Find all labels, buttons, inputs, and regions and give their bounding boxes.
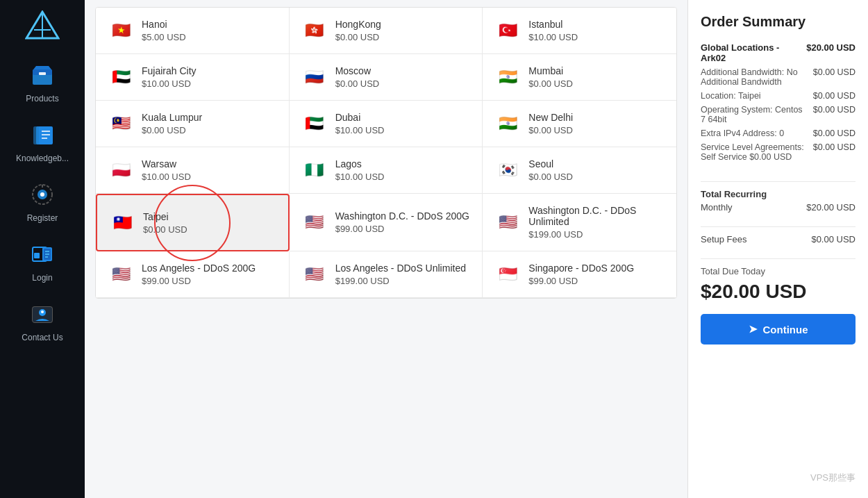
- location-price-taipei: $0.00 USD: [143, 224, 187, 235]
- location-name-hongkong: HongKong: [335, 19, 381, 30]
- location-price-seoul: $0.00 USD: [528, 172, 573, 182]
- svg-rect-25: [41, 310, 44, 313]
- location-info-singapore200: Singapore - DDoS 200G$99.00 USD: [528, 263, 634, 286]
- box-icon: [28, 60, 57, 90]
- location-name-dubai: Dubai: [335, 112, 385, 123]
- order-line-label: Additional Bandwidth: No Additional Band…: [701, 67, 809, 87]
- location-name-washingtonddos200: Washington D.C. - DDoS 200G: [335, 210, 469, 222]
- location-cell-mumbai[interactable]: 🇮🇳Mumbai$0.00 USD: [483, 54, 676, 101]
- flag-dubai: 🇦🇪: [302, 115, 327, 133]
- location-cell-istanbul[interactable]: 🇹🇷Istanbul$10.00 USD: [483, 8, 676, 54]
- continue-arrow-icon: ➤: [749, 323, 758, 335]
- location-price-losangeles200: $99.00 USD: [142, 276, 256, 286]
- order-line-item: Location: Taipei$0.00 USD: [701, 91, 856, 101]
- sidebar-item-knowledgebase-label: Knowledgeb...: [16, 153, 69, 163]
- order-line-label: Operating System: Centos 7 64bit: [701, 105, 809, 124]
- svg-rect-16: [34, 253, 40, 258]
- location-name-fujairah: Fujairah City: [142, 65, 197, 76]
- sidebar-item-products[interactable]: Products: [0, 52, 85, 112]
- location-cell-warsaw[interactable]: 🇵🇱Warsaw$10.00 USD: [96, 147, 290, 194]
- location-info-hongkong: HongKong$0.00 USD: [335, 19, 381, 42]
- order-line-label: Location: Taipei: [701, 91, 809, 101]
- location-cell-hongkong[interactable]: 🇭🇰HongKong$0.00 USD: [290, 8, 483, 54]
- order-product-label: Global Locations - Ark02: [701, 42, 802, 63]
- location-cell-taipei[interactable]: 🇹🇼Taipei$0.00 USD: [96, 194, 290, 251]
- order-summary-title: Order Summary: [701, 14, 856, 30]
- setup-fees-row: Setup Fees $0.00 USD: [701, 234, 856, 244]
- register-icon: [28, 180, 57, 209]
- order-line-value: $0.00 USD: [813, 91, 856, 101]
- order-line-item: Additional Bandwidth: No Additional Band…: [701, 67, 856, 87]
- location-cell-newdelhi[interactable]: 🇮🇳New Delhi$0.00 USD: [483, 101, 676, 147]
- location-name-kualalumpur: Kuala Lumpur: [142, 112, 202, 123]
- sidebar-item-contact[interactable]: Contact Us: [0, 291, 85, 351]
- flag-losangeles200: 🇺🇸: [108, 265, 133, 283]
- location-cell-washingtonddosunlimited[interactable]: 🇺🇸Washington D.C. - DDoS Unlimited$199.0…: [483, 194, 676, 251]
- location-cell-losangeles200[interactable]: 🇺🇸Los Angeles - DDoS 200G$99.00 USD: [96, 251, 290, 298]
- location-info-moscow: Moscow$0.00 USD: [335, 65, 380, 89]
- sidebar-item-login[interactable]: Login: [0, 231, 85, 291]
- recurring-section: Total Recurring Monthly $20.00 USD: [701, 189, 856, 213]
- svg-point-14: [40, 192, 44, 197]
- location-price-losangelesunlimited: $199.00 USD: [335, 276, 466, 286]
- location-info-hanoi: Hanoi$5.00 USD: [142, 19, 186, 42]
- location-name-newdelhi: New Delhi: [528, 112, 573, 123]
- flag-hanoi: 🇻🇳: [108, 22, 133, 40]
- flag-taipei: 🇹🇼: [110, 214, 135, 232]
- location-cell-singapore200[interactable]: 🇸🇬Singapore - DDoS 200G$99.00 USD: [483, 251, 676, 298]
- flag-kualalumpur: 🇲🇾: [108, 115, 133, 133]
- order-line-item: Service Level Agreements: Self Service $…: [701, 142, 856, 162]
- location-info-istanbul: Istanbul$10.00 USD: [528, 19, 578, 42]
- location-cell-dubai[interactable]: 🇦🇪Dubai$10.00 USD: [290, 101, 483, 147]
- recurring-label: Total Recurring: [701, 189, 856, 199]
- logo[interactable]: [22, 7, 63, 45]
- location-price-mumbai: $0.00 USD: [528, 78, 573, 89]
- location-grid: 🇻🇳Hanoi$5.00 USD🇭🇰HongKong$0.00 USD🇹🇷Ist…: [95, 7, 677, 299]
- location-price-hongkong: $0.00 USD: [335, 32, 381, 42]
- location-price-hanoi: $5.00 USD: [142, 32, 186, 42]
- order-divider-1: [701, 181, 856, 182]
- continue-button[interactable]: ➤ Continue: [701, 314, 856, 345]
- location-cell-losangelesunlimited[interactable]: 🇺🇸Los Angeles - DDoS Unlimited$199.00 US…: [290, 251, 483, 298]
- location-cell-moscow[interactable]: 🇷🇺Moscow$0.00 USD: [290, 54, 483, 101]
- location-info-kualalumpur: Kuala Lumpur$0.00 USD: [142, 112, 202, 135]
- location-info-fujairah: Fujairah City$10.00 USD: [142, 65, 197, 89]
- monthly-value: $20.00 USD: [806, 202, 856, 213]
- location-info-losangeles200: Los Angeles - DDoS 200G$99.00 USD: [142, 263, 256, 286]
- sidebar-item-register[interactable]: Register: [0, 172, 85, 231]
- location-price-lagos: $10.00 USD: [335, 172, 385, 182]
- location-name-warsaw: Warsaw: [142, 158, 191, 169]
- location-info-washingtonddosunlimited: Washington D.C. - DDoS Unlimited$199.00 …: [528, 205, 664, 240]
- flag-warsaw: 🇵🇱: [108, 161, 133, 179]
- location-cell-washingtonddos200[interactable]: 🇺🇸Washington D.C. - DDoS 200G$99.00 USD: [290, 194, 483, 251]
- flag-istanbul: 🇹🇷: [495, 22, 520, 40]
- location-name-mumbai: Mumbai: [528, 65, 573, 76]
- location-cell-seoul[interactable]: 🇰🇷Seoul$0.00 USD: [483, 147, 676, 194]
- location-info-lagos: Lagos$10.00 USD: [335, 158, 385, 182]
- flag-mumbai: 🇮🇳: [495, 68, 520, 86]
- order-divider-2: [701, 226, 856, 227]
- location-name-washingtonddosunlimited: Washington D.C. - DDoS Unlimited: [528, 205, 664, 227]
- total-due-label: Total Due Today: [701, 266, 856, 276]
- setup-fees-label: Setup Fees: [701, 234, 747, 244]
- location-name-seoul: Seoul: [528, 158, 573, 169]
- location-name-losangelesunlimited: Los Angeles - DDoS Unlimited: [335, 263, 466, 274]
- order-line-label: Service Level Agreements: Self Service $…: [701, 142, 809, 162]
- setup-fees-value: $0.00 USD: [811, 234, 856, 244]
- order-product-row: Global Locations - Ark02 $20.00 USD: [701, 42, 856, 63]
- order-product-section: Global Locations - Ark02 $20.00 USD Addi…: [701, 42, 856, 166]
- location-price-dubai: $10.00 USD: [335, 125, 385, 135]
- location-cell-lagos[interactable]: 🇳🇬Lagos$10.00 USD: [290, 147, 483, 194]
- location-info-mumbai: Mumbai$0.00 USD: [528, 65, 573, 89]
- location-price-istanbul: $10.00 USD: [528, 32, 578, 42]
- location-cell-kualalumpur[interactable]: 🇲🇾Kuala Lumpur$0.00 USD: [96, 101, 290, 147]
- location-price-washingtonddos200: $99.00 USD: [335, 224, 469, 234]
- location-cell-fujairah[interactable]: 🇦🇪Fujairah City$10.00 USD: [96, 54, 290, 101]
- sidebar: Products Knowledgeb... Register: [0, 0, 85, 498]
- flag-washingtonddosunlimited: 🇺🇸: [495, 213, 520, 231]
- location-cell-hanoi[interactable]: 🇻🇳Hanoi$5.00 USD: [96, 8, 290, 54]
- sidebar-item-knowledgebase[interactable]: Knowledgeb...: [0, 112, 85, 172]
- total-due-amount: $20.00 USD: [701, 281, 856, 303]
- location-name-taipei: Taipei: [143, 211, 187, 222]
- knowledgebase-icon: [28, 120, 57, 149]
